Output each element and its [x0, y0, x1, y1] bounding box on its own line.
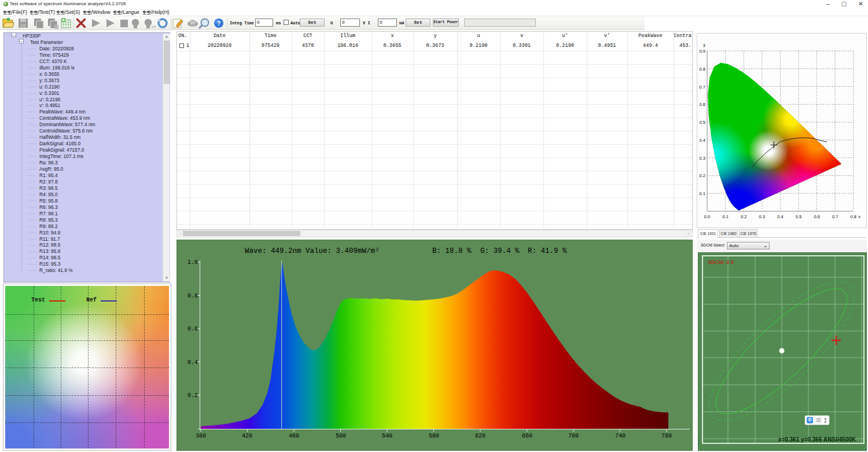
- svg-text:Wave: 449.2nm Value: 3.409mW/m: Wave: 449.2nm Value: 3.409mW/m²: [245, 247, 380, 255]
- svg-text:SDCM: 2.3: SDCM: 2.3: [708, 259, 734, 265]
- svg-text:0.1: 0.1: [722, 214, 728, 219]
- svg-text:1.0: 1.0: [187, 259, 198, 266]
- svg-text:0.5: 0.5: [796, 214, 801, 219]
- svg-text:B: 18.8 %: B: 18.8 %: [432, 247, 472, 255]
- svg-text:540: 540: [382, 433, 392, 439]
- svg-text:x: x: [858, 214, 860, 219]
- svg-text:0.2: 0.2: [187, 392, 198, 399]
- svg-text:620: 620: [475, 433, 486, 439]
- svg-text:780: 780: [661, 433, 672, 439]
- svg-text:740: 740: [615, 433, 626, 439]
- svg-text:R: 41.9 %: R: 41.9 %: [528, 247, 567, 255]
- svg-text:460: 460: [289, 433, 299, 439]
- svg-text:500: 500: [336, 433, 346, 439]
- svg-text:0.7: 0.7: [700, 84, 705, 90]
- svg-text:0.7: 0.7: [832, 214, 838, 219]
- svg-text:0.5: 0.5: [700, 120, 705, 125]
- svg-text:LX: LX: [152, 25, 156, 28]
- svg-text:0.8: 0.8: [187, 293, 198, 299]
- svg-text:660: 660: [522, 433, 532, 439]
- svg-text:0.3: 0.3: [759, 214, 765, 219]
- svg-text:0.9: 0.9: [700, 49, 705, 54]
- svg-text:0.8: 0.8: [851, 214, 856, 219]
- svg-text:0.4: 0.4: [187, 359, 198, 366]
- svg-text:y: y: [703, 42, 705, 47]
- svg-text:420: 420: [242, 433, 252, 439]
- svg-text:580: 580: [429, 433, 439, 439]
- svg-text:0.6: 0.6: [187, 326, 198, 332]
- svg-text:x=0.361 y=0.366 ANSI/4500K: x=0.361 y=0.366 ANSI/4500K: [778, 436, 856, 443]
- svg-text:?: ?: [217, 20, 221, 27]
- svg-text:0.6: 0.6: [814, 214, 819, 219]
- svg-text:0.2: 0.2: [700, 173, 705, 178]
- svg-text:G: 39.4 %: G: 39.4 %: [480, 247, 520, 255]
- svg-text:700: 700: [568, 433, 579, 439]
- svg-text:0.4: 0.4: [700, 138, 705, 143]
- svg-text:0.8: 0.8: [700, 67, 705, 72]
- svg-text:0.3: 0.3: [700, 156, 705, 161]
- svg-text:0.1: 0.1: [700, 191, 705, 196]
- svg-text:0.2: 0.2: [741, 214, 746, 219]
- svg-text:380: 380: [196, 433, 206, 439]
- svg-text:0.6: 0.6: [700, 102, 705, 107]
- svg-text:0.0: 0.0: [704, 214, 710, 219]
- svg-text:0.4: 0.4: [777, 214, 783, 219]
